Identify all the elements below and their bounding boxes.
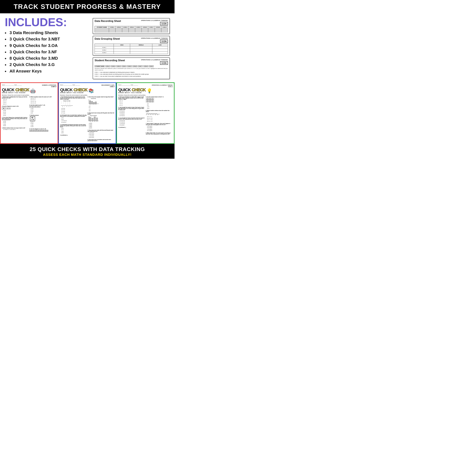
- data-grouping-sheet-card: Data Grouping Sheet OPERATIONS & ALGEBRA…: [93, 36, 170, 56]
- qc-question: 2. A 3rd grade class recorded their read…: [60, 115, 87, 123]
- includes-section: INCLUDES: 3 Data Recording Sheets 3 Quic…: [5, 17, 89, 79]
- qc-question: 4. (continued...): [118, 127, 145, 128]
- svg-text:×: ×: [64, 103, 64, 104]
- qc-col-right: 5. Use the model shown to find 6 × 3.: [146, 96, 173, 135]
- cell: [114, 46, 130, 49]
- qc-question: 8. Use the diagram to solve 8 x 30. 30 3…: [29, 128, 56, 132]
- sheet-badge: 3.OA: [160, 39, 168, 43]
- qc-question: 1. There are 3 baskets on a table with 4…: [118, 96, 145, 106]
- svg-rect-52: [149, 98, 151, 99]
- svg-text:9: 9: [153, 114, 153, 115]
- cell: [130, 46, 152, 49]
- col-header: 3.OA.8: [155, 26, 161, 28]
- qc-main-title: QUICK CHECK: [60, 88, 87, 92]
- list-item: 3 Data Recording Sheets: [5, 30, 89, 36]
- svg-text:$200: $200: [88, 119, 89, 120]
- sheet-title: Student Recording Sheet: [95, 59, 125, 62]
- quick-check-nbt3: Name _____________ Date _______ NUMBERS …: [0, 82, 58, 144]
- row-label: 3.OA.3: [95, 51, 114, 54]
- col-header: LOW: [152, 44, 168, 46]
- svg-text:×: ×: [66, 104, 66, 105]
- svg-text:Favorite Pets: Favorite Pets: [91, 98, 96, 99]
- sheet-badge: 3.OA: [160, 61, 168, 65]
- student-recording-sheet-card: Student Recording Sheet OPERATIONS & ALG…: [93, 57, 170, 79]
- qc-question: 6. How much more money did 4th grade rai…: [87, 112, 114, 129]
- svg-rect-64: [153, 101, 154, 102]
- directions-text: Directions: Beside each statement, place…: [95, 68, 168, 71]
- qc-directions: Directions: Choose the correct answer to…: [2, 95, 56, 96]
- svg-rect-61: [151, 100, 152, 101]
- qc-col-left: 1. The following line plot was created b…: [60, 96, 87, 142]
- mult-box: 40x 9: [30, 116, 35, 121]
- cell: [152, 51, 168, 54]
- grouping-grid: HIGH MIDDLE LOW 3.OA.1 3.OA.2: [95, 44, 168, 54]
- qc-question: 5. How many more people voted for dogs t…: [87, 96, 114, 112]
- includes-heading: INCLUDES:: [5, 17, 89, 28]
- svg-text:Dog: Dog: [89, 104, 91, 105]
- list-item: 3 Quick Checks for 3.NF: [5, 49, 89, 55]
- sheet-header: Data Recording Sheet OPERATIONS & ALGEBR…: [95, 20, 168, 25]
- qc-question: 4. (continued...): [60, 135, 87, 136]
- bar-chart-fundraiser: Popcorn Fundraiser Gr3 Gr4 Gr5 Gr6 $100 …: [87, 115, 100, 122]
- svg-rect-53: [146, 100, 147, 101]
- svg-text:15: 15: [157, 114, 158, 115]
- qc-content: 1. The following line plot was created b…: [60, 96, 115, 142]
- svg-text:×: ×: [70, 104, 70, 105]
- qc-question: 1. The following line plot was created b…: [60, 96, 87, 114]
- col-header: 3.OA.6: [142, 26, 148, 28]
- qc-question: 3. A basketball tournament took place an…: [60, 124, 87, 134]
- svg-rect-40: [94, 117, 96, 121]
- svg-rect-59: [151, 98, 152, 99]
- std-label: 3.OA.2: [111, 65, 116, 67]
- svg-rect-62: [153, 100, 154, 101]
- row-label: 3.OA.1: [95, 46, 114, 49]
- qc-question: 8. Mike made 8 kites. He used 2 pieces o…: [146, 132, 173, 135]
- cell: [114, 51, 130, 54]
- svg-text:M: M: [62, 106, 63, 107]
- includes-list: 3 Data Recording Sheets 3 Quick Checks f…: [5, 30, 89, 74]
- svg-text:$100: $100: [88, 120, 89, 121]
- qc-top: Name _____________ Date _______ MEASUREM…: [60, 84, 115, 87]
- recording-grid: STUDENT NAME 3.OA.1 3.OA.2 3.OA.3 3.OA.4…: [95, 26, 168, 32]
- svg-text:×: ×: [70, 103, 70, 104]
- qc-question: 1. Which basic multiplication fact helps…: [2, 96, 29, 105]
- qc-title-row: QUICK CHECK SHOW WHAT YOU KNOW! 💡: [118, 88, 173, 94]
- sheet-subtitle: OPERATIONS & ALGEBRAIC THINKING: [141, 37, 168, 39]
- sheet-header: Data Grouping Sheet OPERATIONS & ALGEBRA…: [95, 37, 168, 43]
- qc-standard-badge: MEASUREMENT & DATA 3.MD.3: [102, 84, 114, 87]
- col-header: 3.OA.4: [129, 26, 135, 28]
- qc-question: 5. Use the model shown to find 6 × 3.: [146, 96, 173, 109]
- list-item: All Answer Keys: [5, 68, 89, 74]
- qc-name-date: Name _____________ Date _______: [2, 84, 22, 86]
- svg-text:×: ×: [70, 102, 70, 103]
- qc-subtitle: SHOW WHAT YOU KNOW!: [60, 92, 87, 93]
- cell: [152, 46, 168, 49]
- standard-item: 3.OA.3 – I can use what I know about mul…: [95, 76, 168, 77]
- qc-top: Name _____________ Date _______ NUMBERS …: [2, 84, 56, 87]
- qc-standard-badge: NUMBERS & OPERATIONS 3.NBT.3: [42, 84, 56, 87]
- svg-text:$300: $300: [88, 118, 89, 119]
- svg-rect-58: [149, 101, 151, 102]
- standard-item: 3.OA.1 – I can understand multiplication…: [95, 71, 168, 73]
- sheet-title: Data Recording Sheet: [95, 20, 121, 22]
- qc-col-left: 1. There are 3 baskets on a table with 4…: [118, 96, 145, 135]
- list-item: 3 Quick Checks for 3.NBT: [5, 36, 89, 42]
- col-header: HIGH: [114, 44, 130, 46]
- col-header: MIDDLE: [130, 44, 152, 46]
- qc-main-title: QUICK CHECK: [2, 88, 29, 92]
- qc-icon: 🤖: [30, 89, 36, 93]
- svg-text:Gr4: Gr4: [92, 121, 93, 122]
- svg-text:Fish: Fish: [95, 104, 97, 105]
- std-label: 3.OA.1: [105, 65, 110, 67]
- qc-icon: 📚: [88, 89, 94, 93]
- bottom-line1: 25 QUICK CHECKS WITH DATA TRACKING: [1, 146, 173, 152]
- sheet-subtitle: OPERATIONS & ALGEBRAIC THINKING: [141, 59, 168, 61]
- qc-question: 6. Which number sentence does the number…: [146, 110, 173, 122]
- svg-rect-28: [91, 101, 93, 104]
- col-header: 3.OA.3: [122, 26, 129, 28]
- number-line-diagram: 0 3 6 9 12 15: [146, 113, 160, 115]
- sheet-title: Data Grouping Sheet: [95, 37, 120, 40]
- svg-text:W: W: [67, 106, 67, 107]
- col-header: 3.OA.2: [116, 26, 122, 28]
- svg-text:F: F: [71, 106, 71, 107]
